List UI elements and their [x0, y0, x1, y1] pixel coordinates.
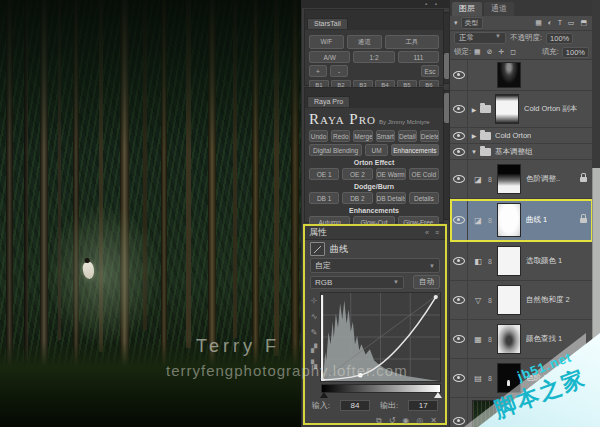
- smart-button[interactable]: Smart: [376, 130, 395, 142]
- tab-rayapro[interactable]: Raya Pro: [307, 96, 350, 107]
- layer-group-row[interactable]: ▼ 基本调整组: [450, 144, 593, 160]
- oe-warm-button[interactable]: OE Warm: [376, 168, 406, 180]
- oe2-button[interactable]: OE 2: [342, 168, 372, 180]
- detail-button[interactable]: Detail: [398, 130, 417, 142]
- starstail-button[interactable]: 111: [398, 51, 439, 63]
- visibility-eye-icon[interactable]: [453, 71, 465, 79]
- redo-button[interactable]: Redo: [331, 130, 350, 142]
- delete-button[interactable]: Delete: [420, 130, 439, 142]
- db-details-button[interactable]: DB Details: [376, 192, 406, 204]
- visibility-eye-icon[interactable]: [453, 335, 465, 343]
- input-value[interactable]: 84: [340, 400, 370, 411]
- eye-cell[interactable]: [450, 320, 468, 358]
- starstail-button[interactable]: 工具: [385, 35, 439, 49]
- visibility-eye-icon[interactable]: [453, 148, 465, 156]
- layer-name[interactable]: Cold Orton 副本: [524, 104, 577, 114]
- starstail-button[interactable]: A/W: [309, 51, 350, 63]
- visibility-eye-icon[interactable]: [453, 132, 465, 140]
- undo-button[interactable]: Undo: [309, 130, 328, 142]
- group-collapse-icon[interactable]: ▶: [468, 132, 480, 139]
- visibility-eye-icon[interactable]: [453, 105, 465, 113]
- layer-name[interactable]: 色阶调整..: [526, 174, 560, 184]
- layer-row[interactable]: ▽ 8 自然饱和度 2: [450, 281, 593, 320]
- group-collapse-icon[interactable]: ▶: [468, 106, 480, 113]
- target-adjust-icon[interactable]: ⊹: [311, 296, 318, 305]
- shadow-slider-handle[interactable]: [320, 392, 328, 398]
- opacity-value[interactable]: 100%: [546, 33, 573, 44]
- starstail-button[interactable]: +: [309, 65, 327, 77]
- tab-layers[interactable]: 图层: [452, 2, 482, 16]
- layer-row[interactable]: ◪ 8 色阶调整..: [450, 160, 593, 199]
- output-value[interactable]: 17: [408, 400, 438, 411]
- group-mask-thumbnail[interactable]: [495, 94, 519, 124]
- layer-name[interactable]: 选取颜色 1: [526, 256, 562, 266]
- details-button[interactable]: Details: [409, 192, 439, 204]
- clip-to-layer-icon[interactable]: ⧉: [376, 416, 382, 426]
- eye-cell[interactable]: [450, 242, 468, 280]
- starstail-button[interactable]: Esc: [421, 65, 439, 77]
- mask-thumbnail[interactable]: [497, 203, 521, 237]
- module-tab-enhancements[interactable]: Enhancements: [391, 144, 439, 156]
- eye-cell[interactable]: [450, 398, 468, 427]
- tab-starstail[interactable]: StarsTail: [307, 18, 348, 29]
- eye-cell[interactable]: [450, 199, 468, 241]
- group-name[interactable]: 基本调整组: [495, 147, 533, 157]
- eyedropper-icon[interactable]: ▞: [311, 344, 317, 353]
- module-tab-digital-blending[interactable]: Digital Blending: [309, 144, 362, 156]
- visibility-eye-icon[interactable]: [453, 417, 465, 425]
- visibility-icon[interactable]: ◉: [402, 416, 409, 426]
- db1-button[interactable]: DB 1: [309, 192, 339, 204]
- channel-dropdown[interactable]: RGB ▼: [310, 276, 404, 289]
- lock-option-icons[interactable]: ▦ ⊘ ✛ ◻: [474, 48, 518, 56]
- highlight-slider-handle[interactable]: [434, 392, 442, 398]
- eye-cell[interactable]: [450, 60, 468, 90]
- filter-kind-icons[interactable]: ▦ ◐ T ▭ ⬒: [535, 19, 589, 27]
- layer-thumbnail[interactable]: [497, 62, 521, 88]
- module-tab-um[interactable]: UM: [365, 144, 388, 156]
- panel-menu-icon[interactable]: « ≡: [425, 229, 441, 236]
- mask-thumbnail[interactable]: [497, 246, 521, 276]
- previous-state-icon[interactable]: ◎: [416, 416, 423, 426]
- fill-value[interactable]: 100%: [562, 47, 589, 58]
- preset-dropdown[interactable]: 自定 ▼: [310, 258, 440, 273]
- input-gradient-slider[interactable]: [321, 384, 441, 393]
- layer-name[interactable]: 曲线 1: [526, 215, 547, 225]
- starstail-button[interactable]: 1:2: [353, 51, 394, 63]
- visibility-eye-icon[interactable]: [453, 257, 465, 265]
- oe1-button[interactable]: OE 1: [309, 168, 339, 180]
- mask-thumbnail[interactable]: [497, 164, 521, 194]
- eye-cell[interactable]: [450, 281, 468, 319]
- layer-row[interactable]: ◧ 8 选取颜色 1: [450, 242, 593, 281]
- tab-channels[interactable]: 通道: [484, 2, 514, 16]
- mask-thumbnail[interactable]: [497, 285, 521, 315]
- eye-cell[interactable]: [450, 128, 468, 143]
- blend-mode-dropdown[interactable]: 正常 ▼: [454, 32, 506, 44]
- visibility-eye-icon[interactable]: [453, 216, 465, 224]
- starstail-button[interactable]: 通道: [347, 35, 382, 49]
- eye-cell[interactable]: [450, 91, 468, 127]
- group-expand-icon[interactable]: ▼: [468, 149, 480, 155]
- layers-tabbar: 图层 通道: [450, 0, 593, 16]
- starstail-button[interactable]: -: [330, 65, 348, 77]
- visibility-eye-icon[interactable]: [453, 296, 465, 304]
- merge-button[interactable]: Merge: [353, 130, 372, 142]
- filter-type-dropdown[interactable]: 类型: [461, 17, 483, 29]
- layer-group-row[interactable]: ▶ Cold Orton: [450, 128, 593, 144]
- db2-button[interactable]: DB 2: [342, 192, 372, 204]
- visibility-eye-icon[interactable]: [453, 175, 465, 183]
- edit-points-icon[interactable]: ∿: [311, 312, 318, 321]
- layer-name[interactable]: 自然饱和度 2: [526, 295, 570, 305]
- panel-collapse-icon[interactable]: ▪ ▪: [425, 1, 440, 7]
- reset-icon[interactable]: ↺: [389, 416, 396, 426]
- layer-row[interactable]: [450, 60, 593, 91]
- oe-cold-button[interactable]: OE Cold: [409, 168, 439, 180]
- delete-adjustment-icon[interactable]: ✕: [430, 416, 437, 426]
- group-name[interactable]: Cold Orton: [495, 131, 531, 140]
- eye-cell[interactable]: [450, 160, 468, 198]
- pencil-icon[interactable]: ✎: [311, 328, 318, 337]
- layer-row-selected[interactable]: ◪ 8 曲线 1: [450, 199, 593, 242]
- eye-cell[interactable]: [450, 144, 468, 159]
- auto-button[interactable]: 自动: [413, 275, 440, 289]
- starstail-button[interactable]: W/F: [309, 35, 344, 49]
- layer-row[interactable]: ▶ Cold Orton 副本: [450, 91, 593, 128]
